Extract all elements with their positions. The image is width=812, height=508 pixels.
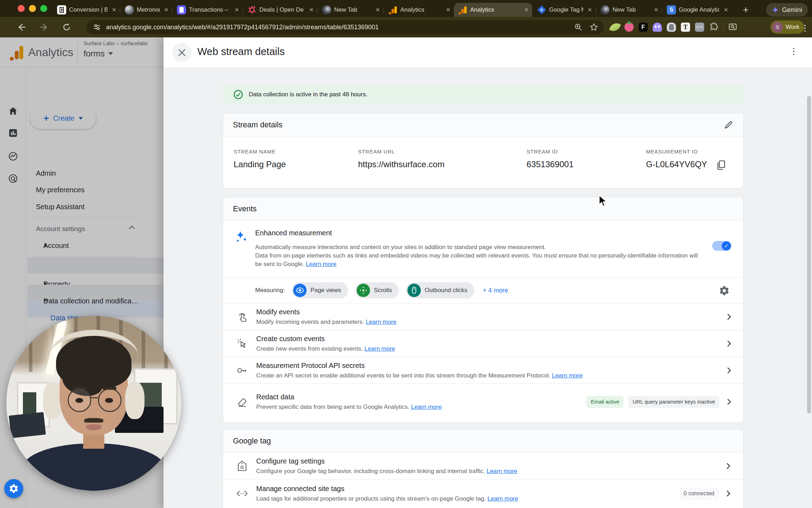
url-text[interactable]: analytics.google.com/analytics/web/#/a29… [106, 24, 574, 31]
more-chips-link[interactable]: + 4 more [483, 287, 508, 294]
chip-scrolls[interactable]: Scrolls [355, 282, 399, 298]
row-description: Configure your Google tag behavior, incl… [256, 468, 485, 474]
tab-close-icon[interactable]: ✕ [375, 7, 380, 13]
back-icon[interactable] [17, 23, 26, 32]
row-redact-data[interactable]: Redact data Prevent specific data from b… [223, 383, 744, 419]
edit-pencil-icon[interactable] [724, 120, 733, 130]
browser-tab[interactable]: S Google Analytics ✕ [663, 3, 732, 17]
learn-more-link[interactable]: Learn more [487, 468, 517, 474]
row-manage-connected-site-tags[interactable]: Manage connected site tags Load tags for… [223, 479, 743, 507]
scrollbar-thumb[interactable] [807, 96, 811, 413]
learn-more-link[interactable]: Learn more [487, 495, 518, 502]
browser-tab[interactable]: Analytics ✕ [384, 3, 454, 17]
browser-tab[interactable]: Google Tag Man ✕ [533, 3, 596, 17]
browser-tab[interactable]: Metronome ✕ [121, 3, 172, 17]
chevron-right-icon [724, 461, 733, 471]
chip-outbound-clicks[interactable]: Outbound clicks [406, 282, 474, 298]
chevron-right-icon [724, 489, 733, 498]
tab-label: Deals | Open De [259, 6, 305, 13]
tab-close-icon[interactable]: ✕ [654, 7, 658, 13]
learn-more-link[interactable]: Learn more [366, 319, 396, 325]
person-eye [105, 398, 113, 403]
tab-divider [120, 7, 120, 13]
gemini-button[interactable]: Gemini [766, 3, 808, 17]
chevron-right-icon [724, 339, 733, 348]
browser-menu-icon[interactable] [804, 25, 806, 32]
learn-more-link[interactable]: Learn more [364, 345, 395, 352]
scroll-move-icon [357, 284, 370, 297]
new-tab-button[interactable]: + [739, 3, 753, 17]
enhanced-measurement-toggle[interactable]: ✓ [712, 241, 731, 251]
window-minimize-button[interactable] [29, 5, 36, 12]
reload-icon[interactable] [62, 23, 71, 32]
tab-close-icon[interactable]: ✕ [309, 7, 314, 13]
browser-tab[interactable]: Deals | Open De ✕ [243, 3, 317, 17]
google-tag-title: Google tag [233, 436, 271, 446]
learn-more-link[interactable]: Learn more [306, 261, 337, 267]
close-button[interactable] [172, 43, 191, 62]
tab-close-icon[interactable]: ✕ [524, 7, 529, 13]
description-line: Automatically measure interactions and c… [255, 244, 546, 250]
row-modify-events[interactable]: Modify events Modify incoming events and… [223, 303, 744, 330]
browser-tab[interactable]: Conversion | B2B ✕ [53, 3, 120, 17]
eye-icon [293, 284, 307, 297]
chip-label: Scrolls [374, 287, 392, 294]
chip-page-views[interactable]: Page views [292, 282, 348, 298]
gear-icon[interactable] [719, 285, 730, 296]
browser-icon [322, 5, 331, 14]
forward-icon[interactable] [39, 23, 49, 32]
browser-tab[interactable]: New Tab ✕ [318, 3, 383, 17]
bookmark-star-icon[interactable] [590, 23, 598, 31]
row-create-custom-events[interactable]: Create custom events Create new events f… [223, 330, 744, 357]
person-eye [75, 398, 83, 403]
tab-close-icon[interactable]: ✕ [234, 7, 239, 13]
f-extension-icon[interactable]: F [639, 23, 648, 32]
code-extension-icon[interactable]: </> [695, 23, 704, 32]
browser-tab[interactable]: New Tab ✕ [596, 3, 662, 17]
tab-close-icon[interactable]: ✕ [588, 7, 592, 13]
profile-label: Work [786, 24, 799, 31]
tab-search-icon[interactable] [728, 23, 738, 32]
measuring-label: Measuring: [255, 287, 285, 294]
browser-icon [601, 5, 610, 14]
panel-header: Web stream details [164, 37, 812, 67]
site-info-icon[interactable] [93, 23, 101, 31]
learn-more-link[interactable]: Learn more [411, 404, 442, 410]
zoom-page-icon[interactable] [574, 23, 583, 31]
browser-tab[interactable]: Transactions – S ✕ [173, 3, 242, 17]
chip-label: Page views [310, 287, 341, 294]
browser-tabstrip: Conversion | B2B ✕ Metronome ✕ Transacti… [0, 0, 812, 17]
chevron-right-icon [724, 397, 733, 406]
tab-label: Google Tag Man [549, 6, 583, 13]
row-description: Create new events from existing events. [256, 345, 363, 352]
window-close-button[interactable] [18, 5, 25, 12]
avatar: S [772, 22, 783, 32]
row-description: Modify incoming events and parameters. [256, 319, 364, 325]
copy-icon[interactable] [716, 160, 726, 170]
recorder-settings-button[interactable] [4, 479, 23, 498]
url-bar[interactable]: analytics.google.com/analytics/web/#/a29… [86, 20, 604, 34]
chip-label: Outbound clicks [425, 287, 467, 294]
hand-extension-icon[interactable] [667, 23, 676, 32]
window-zoom-button[interactable] [40, 5, 47, 12]
browser-tab-active[interactable]: Analytics ✕ [454, 3, 532, 17]
extensions-puzzle-icon[interactable] [709, 23, 718, 32]
tab-close-icon[interactable]: ✕ [724, 7, 728, 13]
berry-extension-icon[interactable] [625, 23, 634, 32]
tab-close-icon[interactable]: ✕ [164, 7, 168, 13]
field-label: STREAM NAME [234, 149, 286, 155]
leaf-extension-icon[interactable] [609, 21, 621, 33]
tab-close-icon[interactable]: ✕ [112, 7, 116, 13]
panel-menu-icon[interactable] [793, 48, 794, 55]
glasses-bridge [90, 397, 99, 398]
tab-close-icon[interactable]: ✕ [446, 7, 450, 13]
stream-details-card: Stream details STREAM NAME Landing Page … [223, 113, 744, 188]
learn-more-link[interactable]: Learn more [552, 372, 583, 379]
ghost-extension-icon[interactable] [653, 23, 662, 32]
row-configure-tag-settings[interactable]: G Configure tag settings Configure your … [223, 453, 743, 479]
profile-button[interactable]: S Work [770, 20, 804, 34]
row-title: Configure tag settings [256, 457, 719, 465]
tab-label: New Tab [334, 6, 371, 13]
t-extension-icon[interactable]: T [681, 23, 690, 32]
row-measurement-protocol-api-secrets[interactable]: Measurement Protocol API secrets Create … [223, 357, 744, 383]
